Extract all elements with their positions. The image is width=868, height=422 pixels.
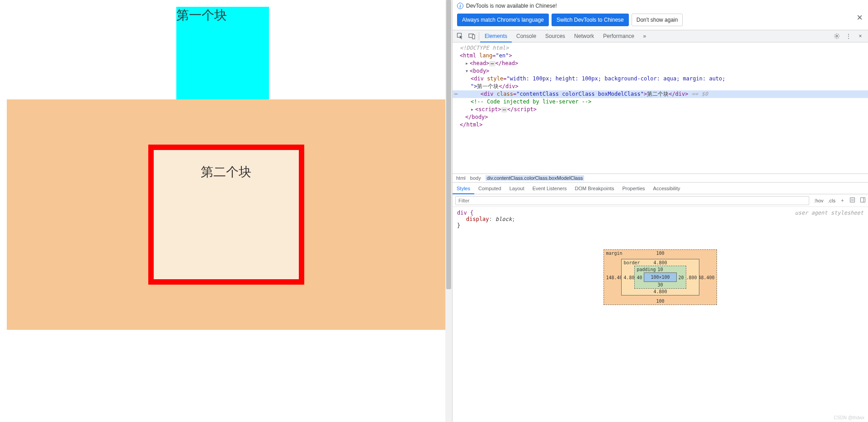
dom-head[interactable]: ▸<head>⋯</head> — [453, 60, 868, 67]
styles-filter-row: :hov .cls ＋ — [453, 194, 868, 207]
watermark: CSDN @thdwx — [834, 415, 864, 420]
tab-sources[interactable]: Sources — [541, 30, 570, 42]
css-declaration[interactable]: display: block; — [466, 216, 863, 222]
gear-icon[interactable] — [831, 30, 843, 42]
device-toolbar-icon[interactable] — [466, 30, 478, 42]
subtab-layout[interactable]: Layout — [505, 183, 528, 194]
padding-bottom-value[interactable]: 30 — [657, 282, 663, 287]
breadcrumb: html body div.contentClass.colorClass.bo… — [453, 173, 868, 183]
dom-comment[interactable]: <!-- Code injected by live-server --> — [453, 98, 868, 106]
subtab-properties[interactable]: Properties — [618, 183, 649, 194]
tab-console[interactable]: Console — [512, 30, 541, 42]
block-2-margin-area: 第二个块 — [7, 99, 445, 330]
breadcrumb-div[interactable]: div.contentClass.colorClass.boxModelClas… — [486, 175, 585, 181]
language-info-bar: i DevTools is now available in Chinese! … — [453, 0, 868, 12]
dont-show-again-button[interactable]: Don't show again — [632, 14, 683, 26]
page-scrollbar[interactable] — [445, 0, 452, 422]
svg-rect-5 — [861, 198, 865, 202]
dom-body-close[interactable]: </body> — [453, 113, 868, 121]
more-tabs-icon[interactable]: » — [639, 30, 651, 42]
user-agent-stylesheet-label: user agent stylesheet — [795, 210, 863, 216]
styles-body[interactable]: user agent stylesheet div { display: blo… — [453, 207, 868, 231]
margin-label: margin — [606, 251, 622, 256]
border-label: border — [623, 260, 640, 265]
switch-to-chinese-button[interactable]: Switch DevTools to Chinese — [552, 14, 629, 26]
tab-performance[interactable]: Performance — [599, 30, 639, 42]
language-buttons: Always match Chrome's language Switch De… — [453, 12, 868, 30]
dom-doctype[interactable]: <!DOCTYPE html> — [453, 44, 868, 52]
dom-html-open[interactable]: <html lang="en"> — [453, 52, 868, 60]
inspect-element-icon[interactable] — [454, 30, 466, 42]
subtab-accessibility[interactable]: Accessibility — [649, 183, 684, 194]
scrollbar-thumb[interactable] — [446, 0, 451, 289]
dom-div2-selected[interactable]: <div class="contentClass colorClass boxM… — [453, 90, 868, 98]
padding-left-value[interactable]: 40 — [637, 275, 642, 280]
devtools-tab-bar: Elements Console Sources Network Perform… — [453, 30, 868, 42]
filter-input[interactable] — [455, 196, 809, 205]
border-top-value[interactable]: 4.800 — [653, 260, 667, 265]
box-model-diagram[interactable]: margin 100 100 148.400 148.400 border 4.… — [453, 231, 868, 422]
subtab-dom-breakpoints[interactable]: DOM Breakpoints — [571, 183, 618, 194]
dom-body-open[interactable]: ▾<body> — [453, 67, 868, 75]
new-style-rule-icon[interactable]: ＋ — [838, 197, 847, 204]
separator — [479, 32, 479, 40]
subtab-computed[interactable]: Computed — [474, 183, 505, 194]
box-model-content[interactable]: 100×100 — [644, 272, 676, 282]
svg-rect-2 — [472, 35, 475, 39]
box-model-padding[interactable]: padding 10 30 40 20 100×100 — [634, 266, 686, 289]
page-preview: 第一个块 第二个块 — [0, 0, 452, 422]
cls-toggle[interactable]: .cls — [826, 198, 838, 203]
styles-sub-tabs: Styles Computed Layout Event Listeners D… — [453, 183, 868, 194]
dom-script[interactable]: ▸<script>⋯</script> — [453, 106, 868, 113]
info-icon: i — [457, 3, 463, 9]
subtab-event-listeners[interactable]: Event Listeners — [528, 183, 571, 194]
dom-tree[interactable]: <!DOCTYPE html> <html lang="en"> ▸<head>… — [453, 42, 868, 173]
toggle-sidebar-icon[interactable] — [858, 197, 868, 204]
svg-point-3 — [836, 35, 838, 37]
block-1: 第一个块 — [176, 7, 269, 99]
subtab-styles[interactable]: Styles — [453, 183, 474, 194]
dom-div1-close[interactable]: ">第一个块</div> — [453, 83, 868, 90]
dom-html-close[interactable]: </html> — [453, 121, 868, 129]
always-match-language-button[interactable]: Always match Chrome's language — [457, 14, 549, 26]
padding-top-value[interactable]: 10 — [657, 267, 663, 272]
kebab-menu-icon[interactable]: ⋮ — [843, 30, 854, 42]
computed-styles-icon[interactable] — [847, 197, 858, 204]
dom-div1-open[interactable]: <div style="width: 100px; height: 100px;… — [453, 75, 868, 83]
block-2: 第二个块 — [148, 145, 304, 285]
padding-right-value[interactable]: 20 — [679, 275, 684, 280]
devtools-panel: i DevTools is now available in Chinese! … — [452, 0, 868, 422]
tab-elements[interactable]: Elements — [480, 30, 512, 42]
border-bottom-value[interactable]: 4.800 — [653, 289, 667, 294]
breadcrumb-body[interactable]: body — [470, 175, 481, 181]
info-message: DevTools is now available in Chinese! — [466, 3, 557, 9]
breadcrumb-html[interactable]: html — [456, 175, 466, 181]
svg-rect-4 — [850, 198, 855, 202]
close-icon[interactable]: × — [857, 12, 863, 23]
css-close-brace: } — [457, 222, 863, 229]
box-model-border[interactable]: border 4.800 4.800 4.800 4.800 padding 1… — [621, 259, 699, 295]
padding-label: padding — [637, 267, 656, 272]
box-model-margin[interactable]: margin 100 100 148.400 148.400 border 4.… — [604, 249, 717, 305]
margin-top-value[interactable]: 100 — [656, 251, 664, 256]
close-devtools-icon[interactable]: × — [854, 30, 866, 42]
hov-toggle[interactable]: :hov — [812, 198, 826, 203]
margin-bottom-value[interactable]: 100 — [656, 299, 664, 304]
tab-network[interactable]: Network — [570, 30, 599, 42]
